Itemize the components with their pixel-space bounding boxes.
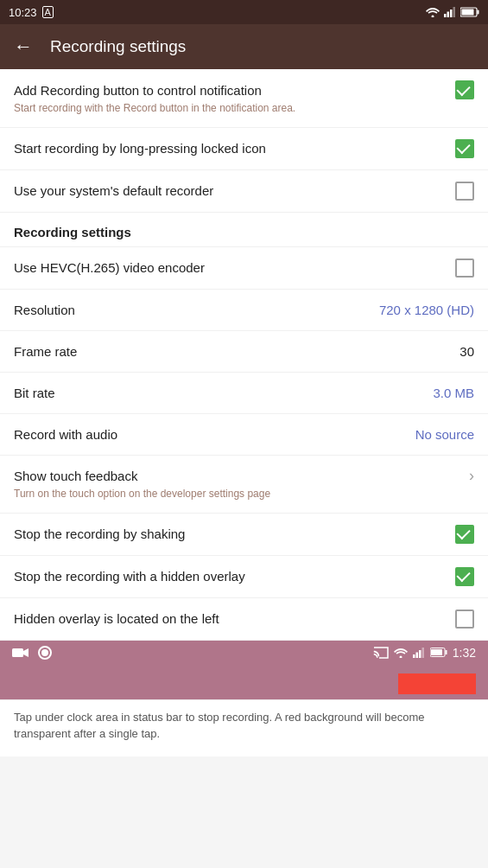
- svg-rect-1: [444, 14, 447, 17]
- battery-icon: [460, 7, 479, 17]
- checkbox-stop-shaking[interactable]: [455, 525, 474, 544]
- toolbar-title: Recording settings: [50, 37, 186, 56]
- svg-rect-14: [419, 650, 421, 658]
- notif-wifi-icon: [394, 648, 408, 658]
- red-overlay-box: [398, 673, 476, 694]
- notif-time: 1:32: [453, 646, 476, 660]
- svg-rect-12: [413, 654, 415, 658]
- record-dot-icon: [38, 646, 52, 660]
- notif-battery-icon: [430, 648, 447, 657]
- back-button[interactable]: ←: [14, 35, 33, 58]
- checkbox-hevc[interactable]: [455, 258, 474, 278]
- status-bar-left: 10:23 A: [9, 6, 54, 19]
- setting-long-press[interactable]: Start recording by long-pressing locked …: [0, 128, 488, 170]
- svg-rect-13: [415, 652, 418, 658]
- setting-bit-rate[interactable]: Bit rate 3.0 MB: [0, 373, 488, 414]
- setting-value-bit-rate: 3.0 MB: [433, 386, 474, 400]
- status-time: 10:23: [9, 6, 37, 19]
- svg-rect-18: [431, 649, 442, 655]
- notif-signal-icon: [413, 648, 425, 658]
- setting-add-recording[interactable]: Add Recording button to control notifica…: [0, 69, 488, 128]
- checkbox-long-press[interactable]: [455, 139, 474, 158]
- signal-icon: [444, 7, 456, 17]
- setting-label-long-press: Start recording by long-pressing locked …: [14, 141, 455, 156]
- svg-point-11: [399, 655, 402, 658]
- setting-label-stop-shaking: Stop the recording by shaking: [14, 527, 455, 541]
- setting-label-bit-rate: Bit rate: [14, 386, 424, 400]
- svg-point-0: [432, 16, 434, 18]
- setting-value-frame-rate: 30: [459, 344, 474, 359]
- setting-value-resolution: 720 x 1280 (HD): [379, 303, 474, 317]
- setting-sublabel-add-recording: Start recording with the Record button i…: [14, 101, 295, 116]
- notif-right-area: 1:32: [373, 646, 476, 660]
- svg-rect-8: [12, 648, 23, 657]
- notification-demo: 1:32: [0, 641, 488, 699]
- checkbox-add-recording[interactable]: [455, 80, 474, 99]
- setting-record-audio[interactable]: Record with audio No source: [0, 414, 488, 456]
- svg-rect-4: [453, 7, 456, 17]
- android-icon: A: [42, 6, 54, 18]
- svg-rect-6: [478, 10, 479, 15]
- settings-content: Add Recording button to control notifica…: [0, 69, 488, 756]
- status-bar-right: [426, 7, 479, 17]
- chevron-icon: ›: [469, 467, 474, 485]
- camera-icon: [12, 647, 29, 659]
- setting-label-frame-rate: Frame rate: [14, 344, 451, 359]
- setting-sublabel-touch-feedback: Turn on the touch option on the develope…: [14, 487, 270, 501]
- svg-rect-2: [447, 12, 450, 18]
- setting-touch-feedback[interactable]: Show touch feedback › Turn on the touch …: [0, 456, 488, 514]
- setting-resolution[interactable]: Resolution 720 x 1280 (HD): [0, 290, 488, 331]
- svg-rect-3: [450, 10, 453, 17]
- setting-label-overlay-left: Hidden overlay is located on the left: [14, 611, 455, 626]
- setting-label-default-recorder: Use your system's default recorder: [14, 183, 455, 198]
- setting-default-recorder[interactable]: Use your system's default recorder: [0, 170, 488, 213]
- setting-label-stop-overlay: Stop the recording with a hidden overlay: [14, 569, 455, 584]
- svg-rect-15: [421, 648, 424, 658]
- notif-left-icons: [12, 646, 52, 660]
- recording-settings-header: Recording settings: [0, 213, 488, 247]
- toolbar: ← Recording settings: [0, 24, 488, 69]
- cast-icon: [373, 647, 389, 659]
- setting-label-record-audio: Record with audio: [14, 427, 407, 442]
- svg-rect-7: [462, 10, 474, 16]
- checkbox-stop-overlay[interactable]: [455, 567, 474, 586]
- setting-label-add-recording: Add Recording button to control notifica…: [14, 83, 455, 98]
- checkbox-overlay-left[interactable]: [455, 610, 474, 629]
- setting-frame-rate[interactable]: Frame rate 30: [0, 331, 488, 373]
- wifi-icon: [426, 7, 440, 17]
- svg-rect-17: [445, 650, 447, 654]
- tap-instruction: Tap under clock area in status bar to st…: [0, 699, 488, 756]
- setting-label-hevc: Use HEVC(H.265) video encoder: [14, 260, 455, 275]
- setting-stop-overlay[interactable]: Stop the recording with a hidden overlay: [0, 556, 488, 598]
- status-bar: 10:23 A: [0, 0, 488, 24]
- setting-stop-shaking[interactable]: Stop the recording by shaking: [0, 514, 488, 556]
- svg-point-10: [41, 649, 48, 656]
- setting-value-record-audio: No source: [415, 427, 474, 442]
- checkbox-default-recorder[interactable]: [455, 182, 474, 201]
- setting-label-touch-feedback: Show touch feedback: [14, 469, 469, 483]
- setting-label-resolution: Resolution: [14, 303, 371, 317]
- setting-overlay-left[interactable]: Hidden overlay is located on the left: [0, 598, 488, 641]
- setting-hevc[interactable]: Use HEVC(H.265) video encoder: [0, 247, 488, 290]
